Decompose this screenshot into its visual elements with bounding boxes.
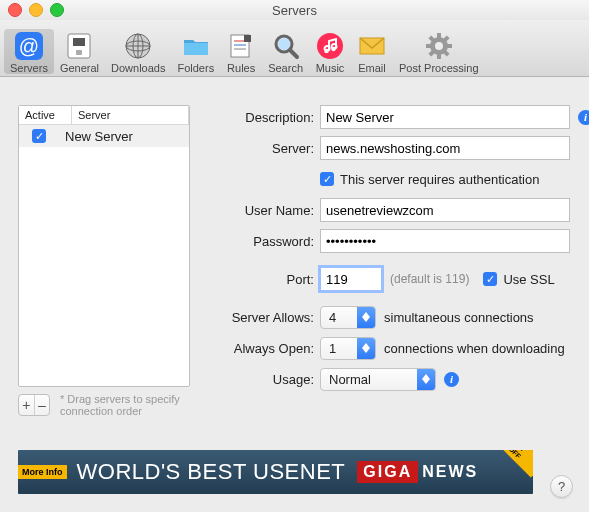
always-open-select[interactable]: 1	[320, 337, 376, 360]
banner-text: WORLD'S BEST USENET	[77, 459, 346, 485]
help-button[interactable]: ?	[550, 475, 573, 498]
label-always-open: Always Open:	[218, 341, 320, 356]
gear-icon	[424, 31, 454, 61]
server-list-column: Active Server ✓ New Server + – * Drag se…	[18, 105, 188, 417]
auth-label: This server requires authentication	[340, 172, 539, 187]
svg-rect-23	[437, 33, 441, 38]
toolbar-post-processing[interactable]: Post Processing	[393, 29, 484, 74]
svg-rect-26	[447, 44, 452, 48]
toolbar-servers[interactable]: @ Servers	[4, 29, 54, 74]
toolbar-general[interactable]: General	[54, 29, 105, 74]
port-input[interactable]	[320, 267, 382, 291]
header-active[interactable]: Active	[19, 106, 72, 124]
label-password: Password:	[218, 234, 320, 249]
table-row[interactable]: ✓ New Server	[19, 125, 189, 147]
ssl-checkbox[interactable]: ✓	[483, 272, 497, 286]
toolbar-email[interactable]: Email	[351, 29, 393, 74]
globe-icon	[123, 31, 153, 61]
toolbar-music[interactable]: Music	[309, 29, 351, 74]
music-icon	[315, 31, 345, 61]
label-username: User Name:	[218, 203, 320, 218]
stepper-icon	[357, 338, 375, 359]
svg-point-19	[331, 47, 335, 51]
toolbar: @ Servers General Downloads Folders Rule…	[0, 20, 589, 77]
svg-rect-4	[76, 50, 82, 55]
toolbar-rules[interactable]: Rules	[220, 29, 262, 74]
titlebar: Servers	[0, 0, 589, 20]
add-button[interactable]: +	[19, 395, 34, 415]
drag-hint: * Drag servers to specify connection ord…	[60, 393, 188, 417]
banner-logo: GIGA NEWS	[357, 461, 482, 483]
svg-rect-24	[437, 54, 441, 59]
content: Active Server ✓ New Server + – * Drag se…	[0, 77, 589, 427]
toolbar-downloads[interactable]: Downloads	[105, 29, 171, 74]
toolbar-search[interactable]: Search	[262, 29, 309, 74]
email-icon	[357, 31, 387, 61]
at-icon: @	[14, 31, 44, 61]
ad-banner[interactable]: More Info WORLD'S BEST USENET GIGA NEWS …	[18, 450, 533, 494]
password-input[interactable]	[320, 229, 570, 253]
svg-point-22	[435, 42, 443, 50]
label-server-allows: Server Allows:	[218, 310, 320, 325]
info-icon[interactable]: i	[578, 110, 589, 125]
svg-rect-3	[73, 38, 85, 46]
row-server-cell: New Server	[59, 129, 189, 144]
search-icon	[271, 31, 301, 61]
window-title: Servers	[0, 3, 589, 18]
remove-button[interactable]: –	[34, 395, 49, 415]
switch-icon	[64, 31, 94, 61]
label-description: Description:	[218, 110, 320, 125]
server-allows-suffix: simultaneous connections	[384, 310, 534, 325]
stepper-icon	[357, 307, 375, 328]
row-active-cell: ✓	[19, 129, 59, 143]
label-port: Port:	[218, 272, 320, 287]
server-table: Active Server ✓ New Server	[18, 105, 190, 387]
always-open-suffix: connections when downloading	[384, 341, 565, 356]
folder-icon	[181, 31, 211, 61]
server-input[interactable]	[320, 136, 570, 160]
label-usage: Usage:	[218, 372, 320, 387]
svg-point-15	[278, 38, 290, 50]
rules-icon	[226, 31, 256, 61]
auth-checkbox[interactable]: ✓	[320, 172, 334, 186]
description-input[interactable]	[320, 105, 570, 129]
form-column: Description: i Server: ✓ This server req…	[218, 105, 589, 417]
svg-point-18	[324, 49, 328, 53]
username-input[interactable]	[320, 198, 570, 222]
label-server: Server:	[218, 141, 320, 156]
svg-text:@: @	[19, 35, 39, 57]
ribbon-icon: Special 50% OFF	[479, 450, 533, 477]
usage-select[interactable]: Normal	[320, 368, 436, 391]
header-server[interactable]: Server	[72, 106, 189, 124]
list-buttons: + – * Drag servers to specify connection…	[18, 393, 188, 417]
banner-more-info: More Info	[18, 465, 67, 479]
ssl-label: Use SSL	[503, 272, 554, 287]
server-allows-select[interactable]: 4	[320, 306, 376, 329]
stepper-icon	[417, 369, 435, 390]
svg-rect-25	[426, 44, 431, 48]
server-table-header: Active Server	[19, 106, 189, 125]
checkbox-icon[interactable]: ✓	[32, 129, 46, 143]
toolbar-folders[interactable]: Folders	[171, 29, 220, 74]
info-icon[interactable]: i	[444, 372, 459, 387]
svg-line-16	[290, 50, 297, 57]
port-default-text: (default is 119)	[390, 272, 469, 286]
